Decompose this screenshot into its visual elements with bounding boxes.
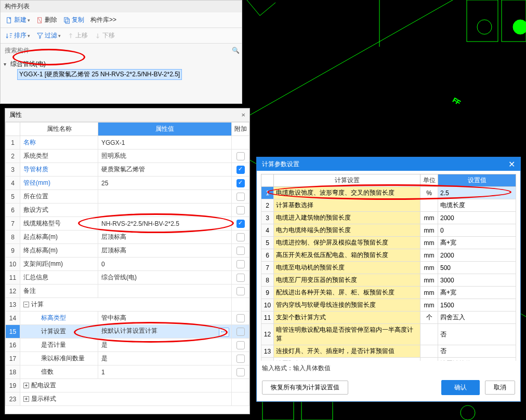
attach-checkbox[interactable] [236, 274, 245, 282]
tree-root-node[interactable]: ▾ 综合管线(电) [3, 59, 240, 69]
calc-value-cell[interactable]: 否 [438, 324, 516, 345]
calc-value-cell[interactable]: 高+宽 [438, 237, 516, 249]
close-icon[interactable]: ✕ [508, 159, 515, 169]
property-row[interactable]: 10支架间距(mm)0 [6, 258, 249, 271]
property-value-cell[interactable]: 0 [98, 258, 232, 271]
property-name-cell[interactable]: 系统类型 [20, 150, 98, 163]
calc-row[interactable]: 5电缆进控制、保护屏及模拟盘等预留长度mm高+宽 [261, 237, 516, 249]
expand-toggle-icon[interactable]: − [23, 302, 29, 307]
calc-value-cell[interactable]: 否 [438, 345, 516, 358]
calc-row[interactable]: 10管内穿线与软硬母线连接的预留长度mm1500 [261, 299, 516, 311]
property-name-cell[interactable]: 备注 [20, 284, 98, 298]
calc-row[interactable]: 7电缆至电动机的预留长度mm500 [261, 262, 516, 274]
attach-cell[interactable] [232, 298, 249, 311]
attach-cell[interactable] [232, 244, 249, 258]
search-icon[interactable]: 🔍 [231, 47, 240, 54]
sort-button[interactable]: 排序 ▾ [4, 30, 32, 41]
property-name-cell[interactable]: 倍数 [20, 365, 98, 379]
attach-checkbox[interactable] [236, 247, 245, 255]
property-row[interactable]: 6敷设方式 [6, 204, 249, 217]
property-value-cell[interactable] [98, 284, 232, 298]
attach-cell[interactable] [232, 284, 249, 298]
expand-toggle-icon[interactable]: + [23, 383, 29, 388]
calc-value-cell[interactable]: 四舍五入 [438, 311, 516, 324]
attach-checkbox[interactable] [236, 341, 245, 349]
property-row[interactable]: 11汇总信息综合管线(电) [6, 271, 249, 284]
calc-value-cell[interactable]: 电缆长度 [438, 199, 516, 212]
property-name-cell[interactable]: 名称 [20, 136, 98, 150]
property-value-cell[interactable]: 综合管线(电) [98, 271, 232, 284]
attach-cell[interactable] [232, 231, 249, 244]
attach-cell[interactable] [232, 150, 249, 163]
attach-cell[interactable] [232, 163, 249, 177]
property-value-cell[interactable]: 照明系统 [98, 150, 232, 163]
property-value-cell[interactable]: YGGX-1 [98, 136, 232, 150]
property-row[interactable]: 14标高类型管中标高 [6, 311, 249, 325]
property-name-cell[interactable]: 管径(mm) [20, 177, 98, 190]
property-row[interactable]: 3导管材质硬质聚氯乙烯管 [6, 163, 249, 177]
cancel-button[interactable]: 取消 [485, 381, 515, 395]
calc-value-cell[interactable]: 0 [438, 224, 516, 237]
property-row[interactable]: 16是否计量是 [6, 338, 249, 352]
property-name-cell[interactable]: +配电设置 [20, 379, 232, 392]
property-value-cell[interactable] [98, 190, 232, 204]
property-name-cell[interactable]: 所在位置 [20, 190, 98, 204]
property-value-cell[interactable]: 是 [98, 352, 232, 365]
property-row[interactable]: 5所在位置 [6, 190, 249, 204]
calc-row[interactable]: 12暗管连明敷设配电箱是否按管伸至箱内一半高度计算否 [261, 324, 516, 345]
calc-value-cell[interactable]: 3000 [438, 274, 516, 287]
attach-checkbox[interactable] [236, 233, 245, 241]
attach-cell[interactable] [232, 311, 249, 325]
property-name-cell[interactable]: 标高类型 [20, 311, 98, 325]
calc-value-cell[interactable]: 2000 [438, 249, 516, 262]
property-row[interactable]: 15计算设置按默认计算设置计算⋯ [6, 325, 249, 338]
tree-caret-icon[interactable]: ▾ [4, 61, 9, 67]
calc-row[interactable]: 13连接灯具、开关、插座时，是否计算预留值否 [261, 345, 516, 358]
property-row[interactable]: 13−计算 [6, 298, 249, 311]
filter-button[interactable]: 过滤 ▾ [34, 30, 63, 41]
attach-cell[interactable] [232, 190, 249, 204]
property-row[interactable]: 8起点标高(m)层顶标高 [6, 231, 249, 244]
calc-row[interactable]: 6高压开关柜及低压配电盘、箱的预留长度mm2000 [261, 249, 516, 262]
ok-button[interactable]: 确认 [441, 380, 480, 395]
calc-row[interactable]: 4电力电缆终端头的预留长度mm0 [261, 224, 516, 237]
attach-checkbox[interactable] [236, 193, 245, 201]
property-row[interactable]: 2系统类型照明系统 [6, 150, 249, 163]
search-input[interactable] [3, 45, 231, 56]
property-name-cell[interactable]: 计算设置 [20, 325, 98, 338]
attach-checkbox[interactable] [236, 287, 245, 295]
calc-row[interactable]: 2计算基数选择电缆长度 [261, 199, 516, 212]
attach-checkbox[interactable] [236, 260, 245, 268]
property-row[interactable]: 9终点标高(m)层顶标高 [6, 244, 249, 258]
copy-button[interactable]: 复制 [61, 15, 86, 25]
attach-cell[interactable] [232, 325, 249, 338]
attach-checkbox[interactable] [236, 368, 245, 376]
property-value-cell[interactable]: 层顶标高 [98, 231, 232, 244]
property-name-cell[interactable]: 是否计量 [20, 338, 98, 352]
property-name-cell[interactable]: 导管材质 [20, 163, 98, 177]
calc-value-cell[interactable]: 1500 [438, 299, 516, 311]
calc-value-cell[interactable]: 2.5 [438, 187, 516, 199]
attach-checkbox[interactable] [236, 355, 245, 363]
tree-item-selected[interactable]: YGGX-1 [硬质聚氯乙烯管 25 NH-RVS-2*2.5/NH-BV-2*… [17, 69, 182, 80]
property-name-cell[interactable]: −计算 [20, 298, 232, 311]
property-name-cell[interactable]: 终点标高(m) [20, 244, 98, 258]
expand-toggle-icon[interactable]: + [23, 396, 29, 402]
property-name-cell[interactable]: 起点标高(m) [20, 231, 98, 244]
property-name-cell[interactable]: 线缆规格型号 [20, 217, 98, 231]
delete-button[interactable]: 删除 [34, 15, 59, 25]
property-row[interactable]: 17乘以标准间数量是 [6, 352, 249, 365]
calc-value-cell[interactable]: 高+宽 [438, 287, 516, 299]
calc-row[interactable]: 8电缆至厂用变压器的预留长度mm3000 [261, 274, 516, 287]
new-button[interactable]: 新建 ▾ [4, 15, 32, 25]
attach-checkbox[interactable] [236, 314, 245, 322]
property-row[interactable]: 7线缆规格型号NH-RVS-2*2.5/NH-BV-2*2.5 [6, 217, 249, 231]
property-value-cell[interactable]: 管中标高 [98, 311, 232, 325]
reset-defaults-button[interactable]: 恢复所有项为计算设置值 [262, 381, 348, 395]
property-row[interactable]: 4管径(mm)25 [6, 177, 249, 190]
property-name-cell[interactable]: 支架间距(mm) [20, 258, 98, 271]
property-name-cell[interactable]: 敷设方式 [20, 204, 98, 217]
property-row[interactable]: 18倍数1 [6, 365, 249, 379]
calc-row[interactable]: 3电缆进入建筑物的预留长度mm2000 [261, 212, 516, 224]
attach-checkbox[interactable] [236, 152, 245, 160]
